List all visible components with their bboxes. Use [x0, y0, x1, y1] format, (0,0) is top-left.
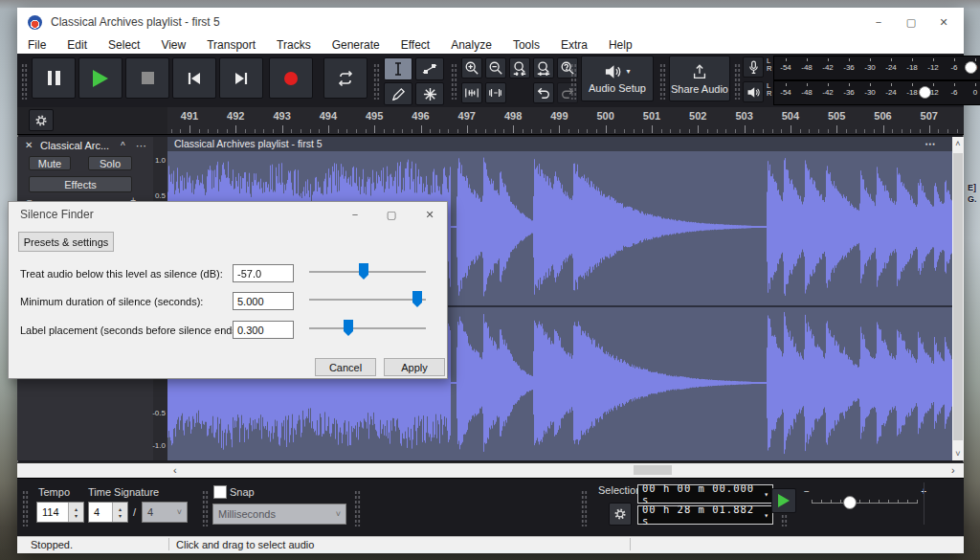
- snap-grip[interactable]: [202, 490, 209, 526]
- record-button[interactable]: [269, 57, 313, 99]
- menu-tracks[interactable]: Tracks: [266, 36, 322, 54]
- vertical-scroll-thumb[interactable]: [953, 153, 963, 440]
- menu-help[interactable]: Help: [598, 36, 643, 54]
- tempo-spinner[interactable]: ▴▾: [68, 503, 83, 522]
- horizontal-scroll-thumb[interactable]: [634, 465, 672, 475]
- transport-grip[interactable]: [21, 63, 28, 100]
- threshold-slider-thumb[interactable]: [359, 263, 368, 280]
- menu-transport[interactable]: Transport: [196, 36, 266, 54]
- track-menu-button[interactable]: ⋯: [136, 140, 146, 152]
- selection-grip[interactable]: [581, 490, 588, 526]
- pause-button[interactable]: [32, 57, 76, 99]
- close-button[interactable]: ✕: [927, 10, 960, 34]
- scroll-right-button[interactable]: ›: [951, 464, 955, 476]
- duration-input[interactable]: 5.000: [233, 292, 294, 310]
- clip-title-bar[interactable]: Classical Archives playlist - first 5 ⋯: [167, 137, 952, 151]
- record-meter[interactable]: -54-48-42-36-30-24-18-12-60: [773, 56, 980, 80]
- timeline-ruler[interactable]: 4914924934944954964974984995005015025035…: [167, 107, 964, 134]
- fit-project-button[interactable]: [533, 57, 554, 78]
- menu-effect[interactable]: Effect: [390, 36, 440, 54]
- multi-tool-button[interactable]: [415, 82, 444, 105]
- play-button[interactable]: [78, 57, 122, 99]
- time-sig-grip[interactable]: [22, 490, 29, 526]
- audio-setup-grip[interactable]: [570, 63, 577, 100]
- threshold-slider[interactable]: [309, 261, 426, 282]
- selection-start-field[interactable]: 00 h 00 m 00.000 s▾: [637, 484, 773, 504]
- skip-to-start-button[interactable]: [172, 57, 216, 99]
- playback-meter-speaker-button[interactable]: [743, 81, 764, 102]
- solo-button[interactable]: Solo: [88, 156, 132, 170]
- menu-view[interactable]: View: [150, 36, 196, 54]
- placement-input[interactable]: 0.300: [233, 321, 294, 339]
- speed-slider-thumb[interactable]: [843, 496, 857, 509]
- dialog-minimize-button[interactable]: −: [340, 204, 370, 225]
- draw-tool-button[interactable]: [384, 82, 412, 105]
- undo-button[interactable]: [533, 82, 554, 103]
- cancel-button[interactable]: Cancel: [315, 358, 376, 376]
- zoom-in-button[interactable]: [461, 57, 482, 78]
- apply-button[interactable]: Apply: [384, 358, 445, 376]
- track-close-button[interactable]: ✕: [25, 140, 33, 150]
- maximize-button[interactable]: ▢: [895, 10, 927, 34]
- record-meter-mic-button[interactable]: [743, 56, 764, 78]
- menu-tools[interactable]: Tools: [502, 36, 550, 54]
- silence-selection-button[interactable]: [485, 82, 506, 103]
- menu-file[interactable]: File: [17, 36, 56, 54]
- envelope-tool-button[interactable]: [415, 57, 444, 80]
- time-grip[interactable]: [354, 490, 361, 526]
- snap-checkbox[interactable]: [213, 485, 227, 499]
- zoom-selection-button[interactable]: [509, 57, 530, 78]
- menu-select[interactable]: Select: [98, 36, 150, 54]
- threshold-input[interactable]: -57.0: [233, 264, 294, 282]
- menu-edit[interactable]: Edit: [56, 36, 98, 54]
- dialog-maximize-button[interactable]: ▢: [376, 204, 407, 225]
- menu-extra[interactable]: Extra: [550, 36, 598, 54]
- duration-slider-thumb[interactable]: [412, 291, 422, 307]
- track-title[interactable]: Classical Arc...: [40, 140, 109, 151]
- mute-button[interactable]: Mute: [29, 156, 71, 170]
- loop-button[interactable]: [323, 57, 368, 99]
- timeline-options-button[interactable]: [29, 109, 54, 131]
- selection-tool-button[interactable]: [384, 57, 412, 80]
- menu-generate[interactable]: Generate: [322, 36, 390, 54]
- tools-grip[interactable]: [373, 63, 380, 100]
- placement-slider-thumb[interactable]: [344, 320, 353, 336]
- meter-grip[interactable]: [734, 63, 741, 100]
- trim-audio-icon: [464, 86, 479, 100]
- share-audio-button[interactable]: Share Audio: [669, 56, 730, 101]
- selection-settings-button[interactable]: [609, 503, 632, 526]
- effects-button[interactable]: Effects: [29, 176, 132, 192]
- silence-finder-dialog[interactable]: Silence Finder − ▢ ✕ Presets & settings …: [8, 201, 448, 379]
- play-at-speed-button[interactable]: [771, 488, 796, 513]
- audio-setup-button[interactable]: ▾ Audio Setup: [581, 56, 654, 101]
- time-sig-lower-select[interactable]: 4˅: [142, 502, 188, 523]
- playback-meter[interactable]: -54-48-42-36-30-24-18-12-60: [773, 80, 980, 105]
- trim-outside-selection-button[interactable]: [461, 82, 482, 103]
- track-collapse-icon[interactable]: ^: [121, 141, 125, 151]
- scroll-up-button[interactable]: ˄: [952, 139, 964, 148]
- title-bar[interactable]: Classical Archives playlist - first 5 − …: [17, 8, 964, 36]
- snap-mode-select[interactable]: Milliseconds˅: [212, 504, 346, 525]
- scroll-down-button[interactable]: ˅: [952, 449, 964, 459]
- time-sig-upper-input[interactable]: 4 ▴▾: [88, 502, 128, 523]
- zoom-grip[interactable]: [451, 63, 457, 100]
- playback-speed-slider[interactable]: − +: [804, 488, 926, 513]
- share-grip[interactable]: [659, 63, 666, 100]
- zoom-out-button[interactable]: [485, 57, 506, 78]
- meter-play-slider-thumb[interactable]: [919, 86, 931, 99]
- scroll-left-button[interactable]: ‹: [173, 464, 177, 476]
- time-sig-spinner[interactable]: ▴▾: [112, 503, 127, 522]
- dialog-close-button[interactable]: ✕: [414, 204, 445, 225]
- tempo-input[interactable]: 114 ▴▾: [36, 502, 84, 523]
- stop-button[interactable]: [125, 57, 169, 99]
- duration-slider[interactable]: [309, 289, 426, 310]
- horizontal-scrollbar[interactable]: ‹ ›: [17, 462, 964, 479]
- clip-menu-button[interactable]: ⋯: [925, 137, 936, 151]
- minimize-button[interactable]: −: [862, 10, 895, 34]
- selection-end-field[interactable]: 00 h 28 m 01.882 s▾: [637, 505, 773, 525]
- meter-rec-slider-thumb[interactable]: [965, 61, 977, 74]
- menu-analyze[interactable]: Analyze: [440, 36, 502, 54]
- presets-settings-button[interactable]: Presets & settings: [18, 232, 114, 252]
- placement-slider[interactable]: [309, 318, 426, 339]
- skip-to-end-button[interactable]: [219, 57, 263, 99]
